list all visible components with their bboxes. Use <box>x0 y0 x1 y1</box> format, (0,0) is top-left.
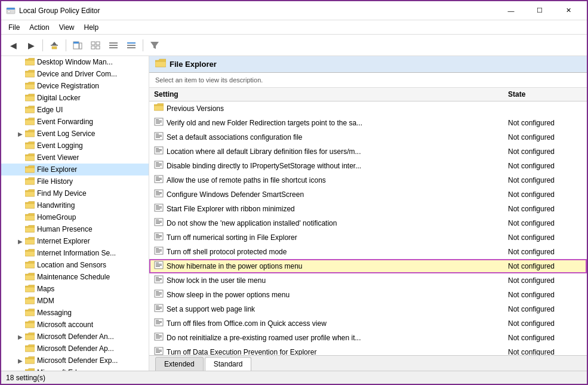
tree-item[interactable]: Microsoft Defender Ap... <box>1 343 149 355</box>
setting-name-text: Set a default associations configuration… <box>167 133 302 141</box>
maximize-button[interactable]: ☐ <box>526 2 553 20</box>
policy-icon <box>154 304 164 314</box>
view-btn-1[interactable] <box>87 37 104 54</box>
setting-state-cell: Not configured <box>503 302 587 316</box>
table-row[interactable]: Start File Explorer with ribbon minimize… <box>149 202 587 216</box>
table-row[interactable]: Disable binding directly to IPropertySet… <box>149 159 587 173</box>
show-hide-btn[interactable] <box>69 37 86 54</box>
tree-item[interactable]: Event Logging <box>1 140 149 152</box>
folder-icon <box>25 236 35 246</box>
table-row[interactable]: Turn off numerical sorting in File Explo… <box>149 230 587 245</box>
tree-item[interactable]: File Explorer <box>1 164 149 175</box>
up-button[interactable] <box>46 37 63 54</box>
tree-item[interactable]: ▶ Microsoft Defender An... <box>1 331 149 343</box>
table-row[interactable]: Configure Windows Defender SmartScreenNo… <box>149 187 587 202</box>
table-row[interactable]: Location where all default Library defin… <box>149 144 587 159</box>
column-setting: Setting <box>149 88 503 101</box>
tree-item[interactable]: Internet Information Se... <box>1 247 149 259</box>
minimize-button[interactable]: — <box>497 2 525 20</box>
tab-extended[interactable]: Extended <box>155 357 204 371</box>
svg-rect-133 <box>156 350 162 350</box>
svg-rect-108 <box>156 278 162 279</box>
tree-item[interactable]: Event Viewer <box>1 152 149 164</box>
menu-action[interactable]: Action <box>24 22 54 33</box>
folder-header-icon <box>155 58 166 70</box>
tree-item[interactable]: Device Registration <box>1 80 149 92</box>
tree-item[interactable]: Location and Sensors <box>1 259 149 271</box>
svg-rect-112 <box>156 291 159 292</box>
folder-icon <box>25 332 35 341</box>
svg-rect-107 <box>156 277 159 278</box>
table-row[interactable]: Do not reinitialize a pre-existing roame… <box>149 331 587 345</box>
setting-name-cell: Previous Versions <box>149 101 503 115</box>
menu-file[interactable]: File <box>4 22 24 33</box>
tree-item[interactable]: Digital Locker <box>1 92 149 104</box>
tree-item-label: Maintenance Schedule <box>37 273 110 281</box>
svg-rect-42 <box>25 323 35 328</box>
svg-rect-118 <box>156 307 162 307</box>
folder-icon <box>25 117 35 127</box>
tree-item[interactable]: Messaging <box>1 307 149 319</box>
menu-view[interactable]: View <box>54 22 79 33</box>
tree-item[interactable]: Maps <box>1 283 149 295</box>
svg-rect-105 <box>156 266 160 267</box>
view-btn-2[interactable] <box>105 37 122 54</box>
filter-btn[interactable] <box>146 37 163 54</box>
folder-icon <box>25 260 35 270</box>
folder-header-title: File Explorer <box>170 60 217 69</box>
tree-item-label: Digital Locker <box>37 94 81 102</box>
folder-icon <box>25 177 35 186</box>
setting-name-cell: Show lock in the user tile menu <box>149 273 503 287</box>
tree-item[interactable]: MDM <box>1 295 149 307</box>
table-row[interactable]: Turn off files from Office.com in Quick … <box>149 316 587 331</box>
tree-item[interactable]: Microsoft Edge <box>1 366 149 371</box>
tree-item[interactable]: HomeGroup <box>1 211 149 223</box>
table-row[interactable]: Show lock in the user tile menuNot confi… <box>149 273 587 288</box>
table-row[interactable]: Verify old and new Folder Redirection ta… <box>149 116 587 130</box>
tab-standard[interactable]: Standard <box>205 357 252 371</box>
svg-rect-32 <box>25 204 35 208</box>
menu-help[interactable]: Help <box>79 22 104 33</box>
setting-state-cell: Not configured <box>503 230 587 245</box>
tree-item[interactable]: Microsoft account <box>1 319 149 331</box>
table-row[interactable]: Turn off shell protocol protected modeNo… <box>149 245 587 259</box>
setting-name-text: Location where all default Library defin… <box>167 147 361 156</box>
tree-item[interactable]: Event Forwarding <box>1 116 149 128</box>
tree-item[interactable]: Human Presence <box>1 223 149 235</box>
table-row[interactable]: Show sleep in the power options menuNot … <box>149 288 587 302</box>
tree-item[interactable]: ▶ Microsoft Defender Exp... <box>1 355 149 366</box>
settings-area[interactable]: Setting State Previous Versions Verify o… <box>149 88 587 355</box>
tree-expand-icon: ▶ <box>16 358 25 364</box>
forward-button[interactable]: ▶ <box>23 37 39 54</box>
tree-item[interactable]: Device and Driver Com... <box>1 68 149 80</box>
table-row[interactable]: Show hibernate in the power options menu… <box>149 259 587 273</box>
table-row[interactable]: Turn off Data Execution Prevention for E… <box>149 345 587 356</box>
setting-state-cell: Not configured <box>503 116 587 130</box>
setting-state-cell: Not configured <box>503 159 587 173</box>
svg-rect-23 <box>25 96 35 101</box>
table-row[interactable]: Do not show the 'new application install… <box>149 216 587 230</box>
view-btn-3[interactable] <box>123 37 140 54</box>
tree-item[interactable]: ▶ Internet Explorer <box>1 235 149 247</box>
table-row[interactable]: Set a default associations configuration… <box>149 130 587 144</box>
tree-item[interactable]: Desktop Window Man... <box>1 56 149 68</box>
app-icon <box>6 6 16 16</box>
policy-icon <box>154 118 164 128</box>
close-button[interactable]: ✕ <box>555 2 582 20</box>
svg-rect-64 <box>156 150 162 151</box>
tree-item[interactable]: Handwriting <box>1 199 149 211</box>
setting-name-text: Do not reinitialize a pre-existing roame… <box>167 334 361 342</box>
tree-item[interactable]: ▶ Event Log Service <box>1 128 149 140</box>
tree-item[interactable]: Edge UI <box>1 104 149 116</box>
table-row[interactable]: Allow the use of remote paths in file sh… <box>149 173 587 187</box>
folder-icon <box>25 141 35 150</box>
tree-item[interactable]: Maintenance Schedule <box>1 271 149 283</box>
tree-item[interactable]: Find My Device <box>1 187 149 199</box>
table-row[interactable]: Previous Versions <box>149 101 587 116</box>
tree-item[interactable]: File History <box>1 175 149 187</box>
back-button[interactable]: ◀ <box>5 37 21 54</box>
table-row[interactable]: Set a support web page linkNot configure… <box>149 302 587 316</box>
setting-name-cell: Turn off Data Execution Prevention for E… <box>149 345 503 355</box>
tabs-bar: Extended Standard <box>149 355 587 371</box>
svg-rect-82 <box>156 205 159 206</box>
